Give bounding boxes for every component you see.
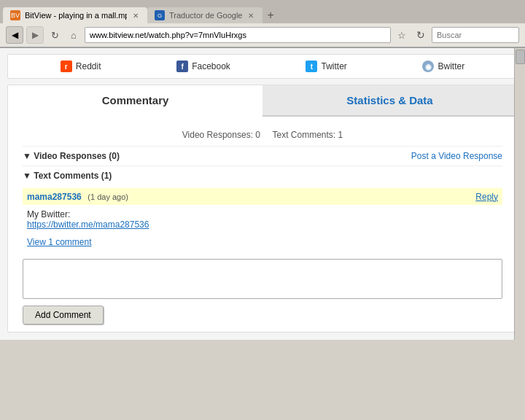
comment-body: My Bwitter: https://bwitter.me/mama28753… — [23, 205, 502, 234]
address-bar: ◀ ▶ ↻ ⌂ ☆ ↻ — [0, 23, 525, 47]
text-comments-label: Text Comments: — [272, 130, 335, 140]
bwitter-share[interactable]: ◉ Bwitter — [422, 61, 464, 72]
tab-bitview-close[interactable]: ✕ — [131, 11, 140, 20]
reddit-share[interactable]: r Reddit — [61, 61, 101, 72]
bitview-favicon: BV — [10, 10, 20, 20]
stats-line: Video Responses: 0 Text Comments: 1 — [23, 124, 502, 146]
add-tab-button[interactable]: + — [262, 7, 278, 23]
bookmark-icon[interactable]: ☆ — [394, 27, 410, 43]
comment-block: mama287536 (1 day ago) Reply My Bwitter:… — [23, 185, 502, 253]
tab-bar: BV BitView - playing in a mall.mp4 ✕ G T… — [0, 0, 525, 23]
content-tab-header: Commentary Statistics & Data — [8, 85, 517, 117]
back-button[interactable]: ◀ — [6, 26, 23, 44]
video-responses-label: Video Responses: — [182, 130, 253, 140]
tab-bitview-label: BitView - playing in a mall.mp4 — [25, 11, 127, 20]
google-favicon: G — [155, 10, 165, 20]
content-body: Video Responses: 0 Text Comments: 1 ▼ Vi… — [8, 117, 517, 332]
tab-bitview[interactable]: BV BitView - playing in a mall.mp4 ✕ — [3, 7, 147, 23]
refresh-icon[interactable]: ↻ — [413, 27, 429, 43]
add-comment-button[interactable]: Add Comment — [23, 306, 104, 324]
scrollbar[interactable] — [514, 48, 525, 340]
tab-google[interactable]: G Traductor de Google ✕ — [147, 7, 262, 23]
page-content: r Reddit f Facebook t Twitter ◉ Bwitter … — [0, 48, 525, 340]
reddit-label: Reddit — [76, 61, 101, 71]
reddit-icon: r — [61, 61, 72, 72]
twitter-label: Twitter — [321, 61, 346, 71]
main-content-area: Commentary Statistics & Data Video Respo… — [7, 85, 518, 332]
social-bar: r Reddit f Facebook t Twitter ◉ Bwitter — [7, 54, 518, 79]
facebook-share[interactable]: f Facebook — [176, 61, 230, 72]
tab-statistics[interactable]: Statistics & Data — [262, 85, 517, 115]
tab-commentary[interactable]: Commentary — [8, 85, 262, 117]
forward-button[interactable]: ▶ — [26, 26, 44, 44]
video-responses-count: 0 — [255, 130, 260, 140]
text-comments-count: 1 — [338, 130, 343, 140]
text-comments-title[interactable]: ▼ Text Comments (1) — [23, 171, 112, 181]
comment-text-line1: My Bwitter: — [27, 209, 498, 219]
text-comments-section: ▼ Text Comments (1) — [23, 166, 502, 185]
browser-chrome: BV BitView - playing in a mall.mp4 ✕ G T… — [0, 0, 525, 48]
comment-author-line: mama287536 (1 day ago) — [27, 191, 128, 202]
video-responses-title[interactable]: ▼ Video Responses (0) — [23, 151, 120, 161]
facebook-label: Facebook — [192, 61, 230, 71]
facebook-icon: f — [176, 61, 188, 72]
home-button[interactable]: ⌂ — [66, 27, 82, 43]
refresh-button[interactable]: ↻ — [47, 27, 63, 43]
twitter-icon: t — [306, 61, 317, 72]
video-responses-section: ▼ Video Responses (0) Post a Video Respo… — [23, 146, 502, 166]
view-comments-link[interactable]: View 1 comment — [23, 234, 502, 250]
tab-google-label: Traductor de Google — [169, 11, 242, 20]
comment-time: (1 day ago) — [88, 192, 128, 201]
comment-textarea[interactable] — [23, 259, 502, 299]
post-video-response-link[interactable]: Post a Video Response — [411, 151, 502, 161]
comment-header: mama287536 (1 day ago) Reply — [23, 188, 502, 205]
add-comment-area: Add Comment — [23, 259, 502, 324]
tab-google-close[interactable]: ✕ — [246, 11, 255, 20]
url-bar[interactable] — [85, 27, 391, 43]
search-input[interactable] — [432, 27, 519, 43]
bwitter-icon: ◉ — [422, 61, 434, 72]
comment-author[interactable]: mama287536 — [27, 192, 82, 202]
scroll-thumb[interactable] — [516, 50, 525, 64]
reply-link[interactable]: Reply — [475, 192, 498, 202]
twitter-share[interactable]: t Twitter — [306, 61, 346, 72]
bwitter-link[interactable]: https://bwitter.me/mama287536 — [27, 219, 149, 230]
bwitter-label: Bwitter — [438, 61, 464, 71]
